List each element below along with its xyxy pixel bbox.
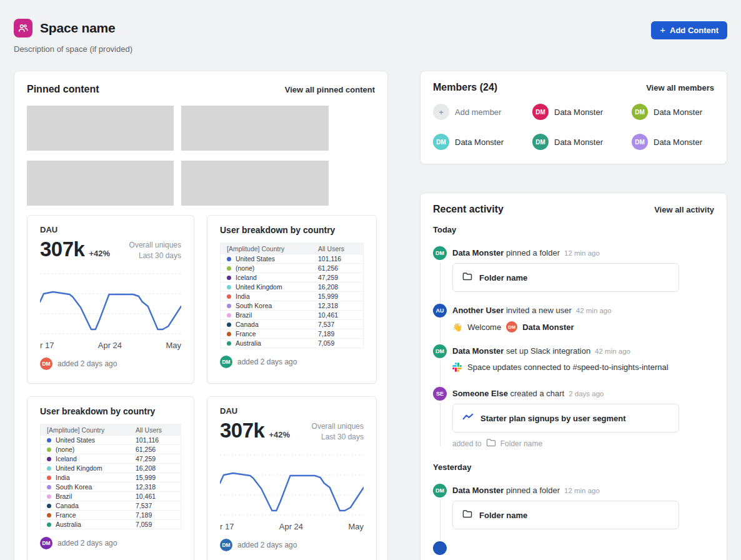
card-title: User breakdown by country (220, 225, 364, 235)
folder-name: Folder name (479, 273, 527, 282)
folder-attachment[interactable]: Folder name (452, 263, 679, 292)
table-row: United Kingdom16,208 (41, 463, 181, 472)
series-color-dot (227, 304, 231, 308)
country-value: 7,537 (318, 321, 357, 328)
avatar: DM (433, 134, 449, 150)
country-value: 61,256 (318, 264, 357, 272)
country-value: 15,999 (136, 474, 174, 481)
activity-group: YesterdayDMData Monster pinned a folder1… (433, 462, 714, 555)
added-to-line: added toFolder name (452, 438, 714, 449)
country-value: 7,189 (136, 511, 174, 519)
dau-line-chart (220, 448, 364, 521)
content-placeholder[interactable] (181, 106, 329, 151)
add-member-button[interactable]: + Add member (433, 104, 532, 120)
dau-meta: Overall uniques Last 30 days (129, 240, 181, 261)
card-footer: DM added 2 days ago (40, 537, 181, 549)
dau-card[interactable]: DAU 307k +42% Overall uniques Last 30 da… (27, 215, 194, 384)
series-color-dot (227, 322, 231, 327)
view-all-pinned-link[interactable]: View all pinned content (285, 85, 375, 94)
series-color-dot (47, 476, 51, 480)
breakdown-card[interactable]: User breakdown by country [Amplitude] Co… (207, 215, 377, 384)
member-item[interactable]: DMData Monster (532, 104, 632, 120)
table-row: France7,189 (41, 510, 181, 519)
activity-text: Someone Else created a chart2 days ago (452, 389, 714, 398)
view-all-activity-link[interactable]: View all activity (654, 205, 714, 214)
chart-name: Starter plan signups by user segment (480, 414, 626, 423)
country-label: Australia (56, 521, 81, 528)
timestamp: 42 min ago (595, 348, 630, 355)
country-label: India (56, 474, 70, 481)
members-panel: Members (24) View all members + Add memb… (420, 71, 727, 164)
added-text: added 2 days ago (237, 541, 297, 549)
series-color-dot (47, 485, 51, 489)
avatar (433, 541, 447, 555)
series-color-dot (47, 457, 51, 461)
country-value: 47,259 (136, 455, 174, 462)
member-name: Data Monster (455, 138, 504, 147)
slack-integration-line: Space updates connected to #speed-to-ins… (452, 361, 672, 375)
series-color-dot (227, 285, 231, 289)
activity-item: SESomeone Else created a chart2 days ago… (433, 387, 714, 449)
member-item[interactable]: DMData Monster (532, 134, 632, 150)
country-label: United Kingdom (236, 283, 282, 291)
avatar: DM (632, 134, 648, 150)
actor-name: Data Monster (452, 248, 504, 258)
member-name: Data Monster (654, 108, 702, 117)
card-title: DAU (220, 406, 364, 416)
added-to-text: added to (452, 439, 482, 448)
activity-item: DMData Monster pinned a folder12 min ago… (433, 246, 714, 292)
actor-name: Someone Else (452, 389, 508, 398)
actor-name: Data Monster (452, 486, 504, 495)
add-content-button[interactable]: + Add Content (651, 21, 727, 39)
add-member-label: Add member (455, 108, 501, 117)
series-color-dot (47, 448, 51, 452)
space-description: Description of space (if provided) (14, 44, 132, 54)
country-label: Brazil (236, 311, 252, 319)
dau-delta: +42% (89, 249, 110, 258)
content-placeholder[interactable] (27, 161, 174, 206)
breakdown-card[interactable]: User breakdown by country [Amplitude] Co… (27, 396, 194, 560)
content-placeholder[interactable] (181, 161, 329, 206)
folder-name[interactable]: Folder name (500, 439, 542, 448)
country-value: 12,318 (136, 483, 174, 491)
table-row: Australia7,059 (41, 519, 181, 529)
table-row: France7,189 (221, 329, 363, 338)
card-title: DAU (40, 225, 181, 234)
avatar: SE (433, 387, 447, 401)
welcome-text: Welcome (467, 322, 501, 332)
timestamp: 42 min ago (576, 307, 612, 314)
country-value: 7,189 (318, 330, 357, 338)
member-name: Data Monster (654, 138, 702, 147)
series-color-dot (47, 513, 51, 518)
country-value: 101,116 (136, 436, 174, 444)
recent-activity-title: Recent activity (433, 204, 504, 215)
country-value: 10,461 (136, 492, 174, 500)
table-row: Brazil10,461 (221, 310, 363, 319)
member-item[interactable]: DMData Monster (632, 134, 714, 150)
avatar: DM (506, 321, 517, 332)
content-placeholder[interactable] (27, 106, 174, 151)
country-label: India (236, 292, 250, 300)
card-title: User breakdown by country (40, 406, 181, 416)
table-row: United Kingdom16,208 (221, 282, 363, 291)
table-row: Canada7,537 (41, 501, 181, 510)
table-row: (none)61,256 (41, 444, 181, 454)
folder-attachment[interactable]: Folder name (452, 501, 679, 529)
recent-activity-panel: Recent activity View all activity TodayD… (420, 192, 727, 560)
view-all-members-link[interactable]: View all members (646, 83, 714, 92)
country-label: (none) (236, 264, 254, 272)
activity-text: Data Monster pinned a folder12 min ago (452, 486, 714, 495)
avatar: DM (433, 344, 447, 358)
series-color-dot (227, 332, 231, 336)
wave-emoji: 👋 (452, 322, 462, 332)
dau-card[interactable]: DAU 307k +42% Overall uniques Last 30 da… (207, 396, 377, 560)
avatar: AU (433, 304, 447, 318)
dau-value: 307k (220, 419, 264, 442)
dau-meta: Overall uniques Last 30 days (312, 421, 364, 442)
member-item[interactable]: DMData Monster (632, 104, 714, 120)
member-item[interactable]: DMData Monster (433, 134, 532, 150)
series-color-dot (227, 313, 231, 318)
chart-attachment[interactable]: Starter plan signups by user segment (452, 404, 679, 432)
country-label: (none) (56, 446, 74, 453)
country-label: France (56, 511, 76, 519)
